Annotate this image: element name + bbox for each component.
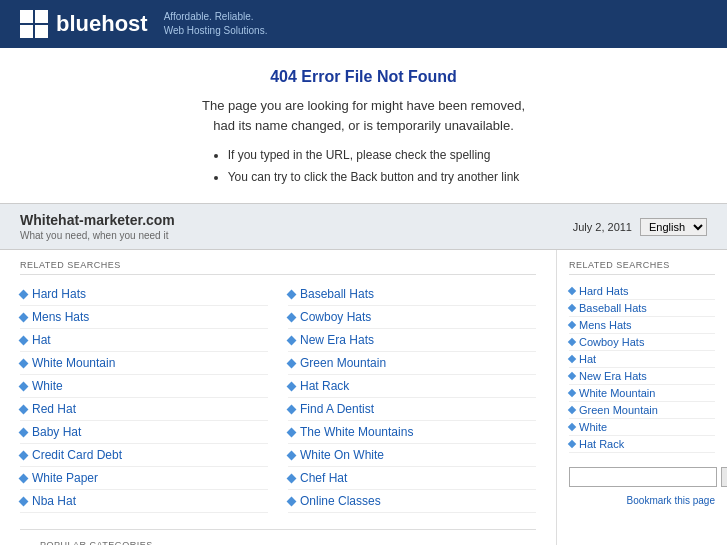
- sidebar-link[interactable]: Hard Hats: [569, 283, 715, 300]
- search-link[interactable]: Red Hat: [20, 398, 268, 421]
- sidebar-diamond-icon: [568, 440, 576, 448]
- sidebar-link[interactable]: White: [569, 419, 715, 436]
- sidebar-search-button[interactable]: Search: [721, 467, 727, 487]
- diamond-icon: [287, 473, 297, 483]
- diamond-icon: [287, 427, 297, 437]
- search-link[interactable]: Hat: [20, 329, 268, 352]
- site-date: July 2, 2011: [573, 221, 632, 233]
- search-link[interactable]: Cowboy Hats: [288, 306, 536, 329]
- search-link[interactable]: Mens Hats: [20, 306, 268, 329]
- diamond-icon: [19, 473, 29, 483]
- site-tagline: What you need, when you need it: [20, 230, 175, 241]
- diamond-icon: [19, 450, 29, 460]
- sidebar-link[interactable]: Green Mountain: [569, 402, 715, 419]
- diamond-icon: [287, 496, 297, 506]
- sidebar-link[interactable]: Mens Hats: [569, 317, 715, 334]
- searches-right-col: Baseball HatsCowboy HatsNew Era HatsGree…: [288, 283, 536, 513]
- sidebar-link[interactable]: Cowboy Hats: [569, 334, 715, 351]
- search-link[interactable]: White Paper: [20, 467, 268, 490]
- sidebar-link[interactable]: White Mountain: [569, 385, 715, 402]
- search-link[interactable]: Hard Hats: [20, 283, 268, 306]
- error-description: The page you are looking for might have …: [40, 96, 687, 135]
- popular-section: POPULAR CATEGORIES Travel●Airline Ticket…: [20, 529, 536, 545]
- error-section: 404 Error File Not Found The page you ar…: [0, 48, 727, 203]
- header: bluehost Affordable. Reliable. Web Hosti…: [0, 0, 727, 48]
- sidebar-diamond-icon: [568, 287, 576, 295]
- sidebar-link[interactable]: Hat: [569, 351, 715, 368]
- searches-left-col: Hard HatsMens HatsHatWhite MountainWhite…: [20, 283, 268, 513]
- logo-grid-icon: [20, 10, 48, 38]
- sidebar-diamond-icon: [568, 423, 576, 431]
- search-link[interactable]: Baseball Hats: [288, 283, 536, 306]
- logo-area: bluehost: [20, 10, 148, 38]
- search-link[interactable]: Credit Card Debt: [20, 444, 268, 467]
- diamond-icon: [19, 496, 29, 506]
- sidebar-search-input[interactable]: [569, 467, 717, 487]
- popular-categories-label: POPULAR CATEGORIES: [40, 540, 516, 545]
- sidebar-search: Search: [569, 467, 715, 487]
- search-link[interactable]: Find A Dentist: [288, 398, 536, 421]
- diamond-icon: [287, 381, 297, 391]
- sidebar-diamond-icon: [568, 406, 576, 414]
- search-link[interactable]: Baby Hat: [20, 421, 268, 444]
- left-section: RELATED SEARCHES Hard HatsMens HatsHatWh…: [0, 250, 557, 545]
- diamond-icon: [19, 289, 29, 299]
- site-bar: Whitehat-marketer.com What you need, whe…: [0, 203, 727, 250]
- error-tips-list: If you typed in the URL, please check th…: [208, 145, 520, 188]
- search-link[interactable]: Online Classes: [288, 490, 536, 513]
- diamond-icon: [287, 404, 297, 414]
- diamond-icon: [287, 358, 297, 368]
- diamond-icon: [287, 450, 297, 460]
- site-name: Whitehat-marketer.com: [20, 212, 175, 228]
- diamond-icon: [19, 427, 29, 437]
- diamond-icon: [19, 381, 29, 391]
- sidebar-diamond-icon: [568, 372, 576, 380]
- search-link[interactable]: White: [20, 375, 268, 398]
- related-searches-label: RELATED SEARCHES: [20, 260, 536, 275]
- header-tagline: Affordable. Reliable. Web Hosting Soluti…: [164, 10, 268, 38]
- diamond-icon: [19, 335, 29, 345]
- search-link[interactable]: Chef Hat: [288, 467, 536, 490]
- sidebar-diamond-icon: [568, 338, 576, 346]
- diamond-icon: [19, 404, 29, 414]
- search-link[interactable]: White On White: [288, 444, 536, 467]
- sidebar-diamond-icon: [568, 304, 576, 312]
- diamond-icon: [19, 312, 29, 322]
- sidebar-diamond-icon: [568, 321, 576, 329]
- error-tip-1: If you typed in the URL, please check th…: [228, 145, 520, 167]
- bookmark-link[interactable]: Bookmark this page: [627, 495, 715, 506]
- sidebar-diamond-icon: [568, 389, 576, 397]
- site-info: Whitehat-marketer.com What you need, whe…: [20, 212, 175, 241]
- main-content: RELATED SEARCHES Hard HatsMens HatsHatWh…: [0, 250, 727, 545]
- error-tip-2: You can try to click the Back button and…: [228, 167, 520, 189]
- searches-grid: Hard HatsMens HatsHatWhite MountainWhite…: [20, 283, 536, 513]
- site-bar-right: July 2, 2011 English: [573, 218, 707, 236]
- sidebar-link[interactable]: Baseball Hats: [569, 300, 715, 317]
- search-link[interactable]: New Era Hats: [288, 329, 536, 352]
- search-link[interactable]: Green Mountain: [288, 352, 536, 375]
- sidebar-diamond-icon: [568, 355, 576, 363]
- diamond-icon: [287, 335, 297, 345]
- sidebar-link[interactable]: Hat Rack: [569, 436, 715, 453]
- logo-text: bluehost: [56, 11, 148, 37]
- search-link[interactable]: Hat Rack: [288, 375, 536, 398]
- search-link[interactable]: The White Mountains: [288, 421, 536, 444]
- error-title: 404 Error File Not Found: [40, 68, 687, 86]
- diamond-icon: [287, 289, 297, 299]
- diamond-icon: [287, 312, 297, 322]
- search-link[interactable]: White Mountain: [20, 352, 268, 375]
- sidebar-links: Hard HatsBaseball HatsMens HatsCowboy Ha…: [569, 283, 715, 453]
- sidebar-link[interactable]: New Era Hats: [569, 368, 715, 385]
- search-link[interactable]: Nba Hat: [20, 490, 268, 513]
- bookmark-text: Bookmark this page: [569, 495, 715, 506]
- diamond-icon: [19, 358, 29, 368]
- right-sidebar: RELATED SEARCHES Hard HatsBaseball HatsM…: [557, 250, 727, 545]
- language-select[interactable]: English: [640, 218, 707, 236]
- sidebar-searches-label: RELATED SEARCHES: [569, 260, 715, 275]
